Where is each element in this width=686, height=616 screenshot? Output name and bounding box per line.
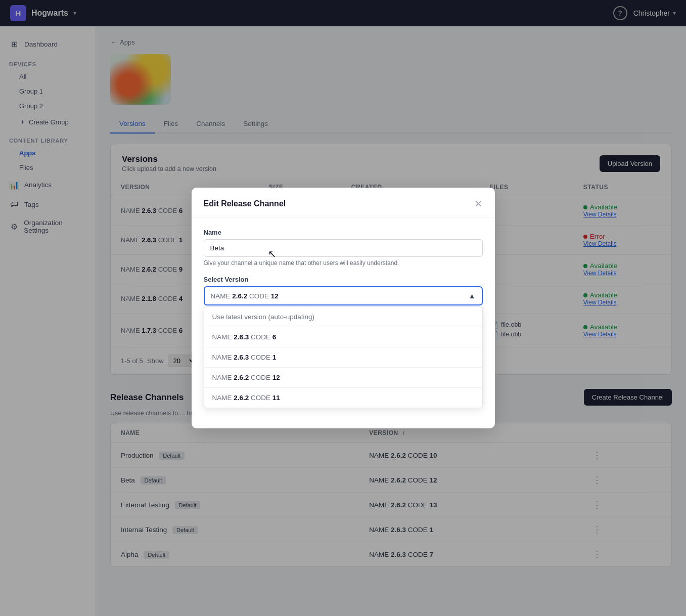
- select-version-label: Select Version: [204, 276, 483, 283]
- dropdown-item-263-1[interactable]: NAME 2.6.3 CODE 1: [204, 347, 482, 368]
- name-label: Name: [204, 229, 483, 236]
- chevron-up-icon: ▲: [469, 292, 476, 300]
- modal-body: Name Give your channel a unique name tha…: [192, 217, 495, 428]
- select-version-section: Select Version NAME 2.6.2 CODE 12 ▲ Use …: [204, 276, 483, 408]
- name-hint: Give your channel a unique name that oth…: [204, 259, 483, 267]
- modal-title: Edit Release Channel: [204, 199, 286, 208]
- dropdown-item-auto[interactable]: Use latest version (auto-updating): [204, 307, 482, 327]
- selected-version-text: NAME 2.6.2 CODE 12: [211, 292, 279, 300]
- modal-header: Edit Release Channel ✕: [192, 188, 495, 217]
- version-dropdown: Use latest version (auto-updating) NAME …: [204, 306, 483, 408]
- dropdown-item-262-11[interactable]: NAME 2.6.2 CODE 11: [204, 388, 482, 408]
- edit-release-channel-modal: Edit Release Channel ✕ Name Give your ch…: [192, 188, 495, 428]
- modal-close-button[interactable]: ✕: [474, 198, 483, 210]
- name-form-section: Name Give your channel a unique name tha…: [204, 229, 483, 267]
- name-input[interactable]: [204, 239, 483, 257]
- select-version-trigger[interactable]: NAME 2.6.2 CODE 12 ▲: [204, 286, 483, 305]
- dropdown-item-262-12[interactable]: NAME 2.6.2 CODE 12: [204, 368, 482, 388]
- dropdown-item-263-6[interactable]: NAME 2.6.3 CODE 6: [204, 327, 482, 347]
- modal-overlay[interactable]: Edit Release Channel ✕ Name Give your ch…: [0, 0, 686, 616]
